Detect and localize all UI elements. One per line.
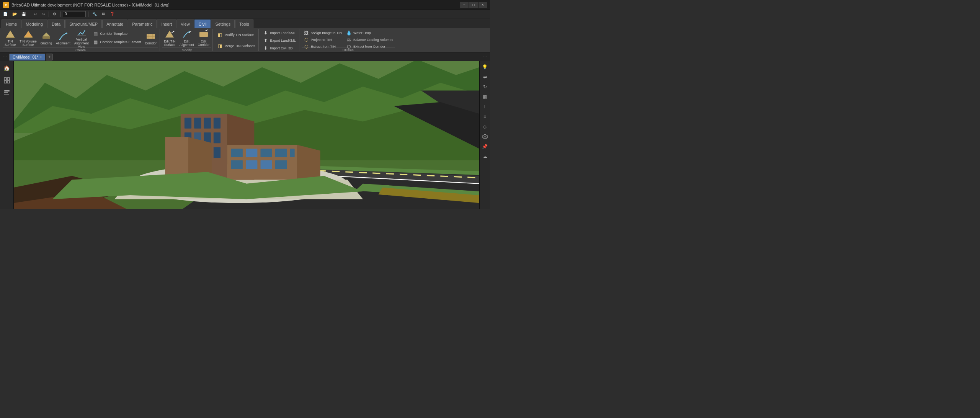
svg-rect-28 (4, 94, 9, 95)
modify-group-content: ◧ Modify TIN Surface ◨ Merge TIN Surface… (215, 29, 256, 51)
import-landxml-button[interactable]: ⬇ Import LandXML (261, 29, 297, 36)
merge-tin-surfaces-icon: ◨ (217, 43, 223, 49)
tab-tools[interactable]: Tools (235, 20, 253, 28)
edit-corridor-label: EditCorridor (198, 40, 210, 47)
import-civil3d-button[interactable]: ⬇ Import Civil 3D (261, 45, 294, 52)
tab-data[interactable]: Data (47, 20, 65, 28)
maximize-button[interactable]: □ (469, 2, 478, 8)
light-button[interactable]: 💡 (481, 63, 489, 71)
cube-button[interactable] (481, 132, 489, 141)
ribbon-group-utilities: 🖼 Assign Image to TIN ⬡ Project to TIN ⬡… (300, 29, 396, 51)
toolbar-settings[interactable]: ⚙ (51, 11, 58, 18)
corridor-template-element-label: Corridor Template Element (100, 40, 141, 44)
export-landxml-icon: ⬆ (263, 38, 269, 44)
viewport[interactable] (14, 61, 479, 209)
tin-volume-button[interactable]: TIN VolumeSurface (18, 29, 38, 46)
pin-button[interactable]: 📌 (481, 142, 489, 151)
3d-scene (14, 61, 479, 209)
edit-tin-surface-button[interactable]: Edit TINSurface (162, 29, 177, 46)
home-panel-button[interactable]: 🏠 (2, 63, 12, 73)
alignment-icon (58, 31, 68, 41)
grading-button[interactable]: Grading (39, 29, 54, 46)
shapes-button[interactable]: ◇ (481, 122, 489, 131)
layers-button[interactable]: ≡ (481, 113, 489, 121)
corridor-template-element-icon: ▤ (93, 39, 99, 45)
model-browser-button[interactable] (2, 75, 12, 86)
water-drop-label: Water Drop (353, 31, 371, 35)
tab-insert[interactable]: Insert (157, 20, 176, 28)
alignment-button[interactable]: Alignment (54, 29, 72, 46)
water-drop-button[interactable]: 💧 Water Drop (344, 29, 395, 36)
svg-rect-24 (4, 81, 7, 83)
tin-surface-button[interactable]: TINSurface (3, 29, 17, 46)
tab-settings[interactable]: Settings (211, 20, 235, 28)
corridor-template-icon: ▤ (93, 31, 99, 37)
tab-annotate[interactable]: Annotate (102, 20, 127, 28)
assign-image-tin-button[interactable]: 🖼 Assign Image to TIN (302, 29, 343, 36)
app-icon: B (3, 2, 9, 8)
toolbar-save[interactable]: 💾 (20, 11, 28, 18)
import-civil3d-label: Import Civil 3D (270, 46, 293, 50)
balance-grading-button[interactable]: ⚖ Balance Grading Volumes (344, 36, 395, 43)
svg-point-10 (66, 33, 67, 34)
edit-alignment-label: EditAlignment (180, 40, 194, 47)
project-tin-button[interactable]: ⬡ Project to TIN (302, 36, 343, 43)
tab-home[interactable]: Home (2, 20, 21, 28)
minimize-button[interactable]: − (460, 2, 469, 8)
svg-rect-65 (246, 160, 257, 169)
utilities-col1: 🖼 Assign Image to TIN ⬡ Project to TIN ⬡… (302, 29, 343, 46)
tin-volume-label: TIN VolumeSurface (20, 40, 36, 47)
left-panel: 🏠 (0, 61, 14, 209)
import-landxml-label: Import LandXML (270, 31, 296, 35)
toolbar-help[interactable]: ❓ (108, 11, 116, 18)
edit-alignment-button[interactable]: EditAlignment (178, 29, 196, 46)
doc-tab-bar-dots-right[interactable]: ⋯ (482, 54, 488, 60)
create-group-label: Create (3, 47, 158, 52)
ribbon-group-edit: Edit TINSurface EditAlignment (161, 29, 213, 51)
toolbar-new[interactable]: 📄 (2, 11, 9, 18)
corridor-template-button[interactable]: ▤ Corridor Template (91, 30, 143, 37)
toolbar-render[interactable]: 🖥 (100, 11, 107, 18)
edit-tin-surface-icon (165, 29, 175, 39)
toolbar-tools[interactable]: 🔧 (91, 11, 98, 18)
cloud-button[interactable]: ☁ (481, 152, 489, 161)
doc-tab-add[interactable]: + (46, 54, 53, 60)
doc-tab-bar-dots-left[interactable]: ⋯ (2, 54, 8, 60)
tab-view[interactable]: View (176, 20, 194, 28)
merge-tin-surfaces-button[interactable]: ◨ Merge TIN Surfaces (215, 42, 256, 49)
toolbar-undo[interactable]: ↩ (33, 11, 39, 18)
orbit-button[interactable]: ⇌ (481, 73, 489, 81)
title-bar: B BricsCAD Ultimate development (NOT FOR… (0, 0, 490, 10)
text-button[interactable]: T (481, 103, 489, 111)
ribbon-tabs: Home Modeling Data Structural/MEP Annota… (0, 18, 490, 28)
doc-tab-close[interactable]: × (40, 55, 42, 59)
merge-tin-surfaces-label: Merge TIN Surfaces (224, 44, 255, 48)
properties-panel-button[interactable] (2, 87, 12, 98)
svg-rect-43 (185, 118, 191, 128)
vertical-alignment-button[interactable]: VerticalAlignmentView (73, 29, 90, 46)
close-button[interactable]: × (479, 2, 487, 8)
tab-parametric[interactable]: Parametric (128, 20, 157, 28)
svg-rect-45 (204, 118, 211, 128)
export-landxml-button[interactable]: ⬆ Export LandXML (261, 37, 297, 44)
toolbar-sep1 (30, 11, 30, 17)
doc-tab-label: CivilModel_01* (13, 55, 38, 59)
importexport-group-content: ⬇ Import LandXML ⬆ Export LandXML ⬇ Impo… (261, 29, 297, 52)
tab-modeling[interactable]: Modeling (21, 20, 47, 28)
toolbar-row1: 📄 📂 💾 ↩ ↪ ⚙ 🔧 🖥 ❓ (0, 10, 490, 18)
tab-structural[interactable]: Structural/MEP (65, 20, 102, 28)
tab-civil[interactable]: Civil (194, 20, 211, 28)
corridor-button[interactable]: Corridor (143, 29, 158, 46)
toolbar-open[interactable]: 📂 (11, 11, 18, 18)
toolbar-redo[interactable]: ↪ (40, 11, 46, 18)
rotate-button[interactable]: ↻ (481, 83, 489, 91)
edit-corridor-button[interactable]: EditCorridor (196, 29, 211, 46)
edit-tin-surface-label: Edit TINSurface (164, 40, 176, 47)
svg-rect-60 (246, 149, 257, 157)
layer-input[interactable] (63, 11, 86, 17)
import-civil3d-icon: ⬇ (263, 45, 269, 51)
corridor-template-element-button[interactable]: ▤ Corridor Template Element (91, 39, 143, 46)
doc-tab-civilmodel[interactable]: CivilModel_01* × (9, 54, 45, 60)
modify-tin-surface-button[interactable]: ◧ Modify TIN Surface (215, 31, 255, 38)
grid-button[interactable]: ▦ (481, 93, 489, 101)
